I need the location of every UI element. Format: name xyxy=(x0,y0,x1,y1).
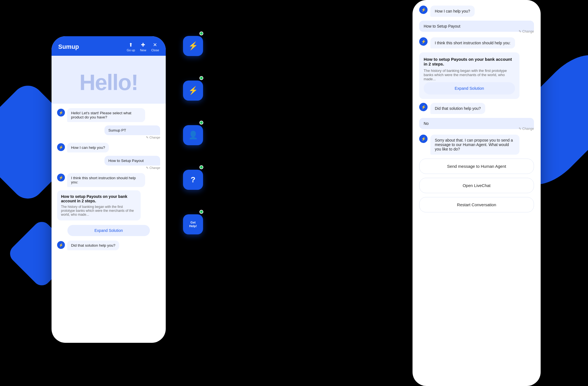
right-msg-3: ⚡ Did that solution help you? xyxy=(419,103,534,114)
phone-header: Sumup ⬆ Go up ✚ New ✕ Close xyxy=(52,36,166,56)
online-dot-1 xyxy=(199,31,203,35)
user-message-2-group: How to Setup Payout ✎ Change xyxy=(57,156,160,170)
online-dot-3 xyxy=(199,121,203,125)
right-user-msg-2-group: No ✎ Change xyxy=(419,118,534,131)
right-bot-bubble-1: How I can help you? xyxy=(430,6,475,17)
user-bubble-1: Sumup PT xyxy=(104,125,160,135)
right-msg-1: ⚡ How I can help you? xyxy=(419,6,534,17)
bot-avatar-3: ⚡ xyxy=(57,174,65,181)
widget-5-container: GetHelp! xyxy=(180,202,206,247)
widget-2-container: ⚡ xyxy=(180,68,206,113)
right-chat-body: ⚡ How I can help you? How to Setup Payou… xyxy=(413,0,541,386)
widget-get-help-button[interactable]: GetHelp! xyxy=(183,214,203,234)
widget-logo-button[interactable]: ⚡ xyxy=(183,36,203,56)
right-solution-title: How to setup Payouts on your bank accoun… xyxy=(424,57,515,66)
solution-body-left: The history of banking began with the fi… xyxy=(61,205,137,217)
bot-bubble-1: Hello! Let's start! Please select what p… xyxy=(67,108,145,122)
right-change-link-1[interactable]: ✎ Change xyxy=(419,30,534,33)
expand-button-left[interactable]: Expand Solution xyxy=(67,225,150,236)
go-up-button[interactable]: ⬆ Go up xyxy=(127,42,135,52)
new-button[interactable]: ✚ New xyxy=(140,42,146,52)
right-phone: ⚡ How I can help you? How to Setup Payou… xyxy=(413,0,541,386)
right-msg-4: ⚡ Sorry about that. I can propose you to… xyxy=(419,135,534,155)
message-bot-2: ⚡ How I can help you? xyxy=(57,143,160,152)
online-dot-2 xyxy=(199,76,203,80)
change-link-1[interactable]: ✎ Change xyxy=(57,136,160,139)
message-bot-4: ⚡ Did that solution help you? xyxy=(57,241,160,250)
right-bot-avatar-4: ⚡ xyxy=(419,135,428,143)
close-button[interactable]: ✕ Close xyxy=(151,42,159,52)
close-icon: ✕ xyxy=(153,42,157,48)
left-phone: Sumup ⬆ Go up ✚ New ✕ Close Hello! ⚡ Hel… xyxy=(52,36,166,343)
bot-bubble-3: I think this short instruction should he… xyxy=(67,173,145,187)
online-dot-4 xyxy=(199,165,203,169)
bolt-icon: ⚡ xyxy=(188,86,198,95)
bot-avatar-2: ⚡ xyxy=(57,143,65,151)
question-icon: ? xyxy=(191,175,195,184)
right-change-link-2[interactable]: ✎ Change xyxy=(419,127,534,131)
message-bot-3: ⚡ I think this short instruction should … xyxy=(57,173,160,187)
online-dot-5 xyxy=(199,210,203,214)
bot-bubble-4: Did that solution help you? xyxy=(67,241,119,250)
widget-question-button[interactable]: ? xyxy=(183,170,203,190)
right-bot-avatar-1: ⚡ xyxy=(419,6,428,14)
solution-bubble-left: How to setup Payouts on your bank accoun… xyxy=(57,190,141,220)
user-bubble-2: How to Setup Payout xyxy=(104,156,160,166)
widget-1-container: ⚡ xyxy=(180,24,206,68)
expand-button-right[interactable]: Expand Solution xyxy=(424,82,515,94)
hello-text: Hello! xyxy=(57,70,160,95)
widget-bolt-button[interactable]: ⚡ xyxy=(183,81,203,101)
change-link-2[interactable]: ✎ Change xyxy=(57,166,160,170)
right-solution-bubble: How to setup Payouts on your bank accoun… xyxy=(419,52,519,99)
message-bot-1: ⚡ Hello! Let's start! Please select what… xyxy=(57,108,160,122)
right-bot-avatar-2: ⚡ xyxy=(419,37,428,46)
solution-title-left: How to setup Payouts on your bank accoun… xyxy=(61,194,137,203)
bot-avatar-4: ⚡ xyxy=(57,241,65,249)
right-bot-bubble-4: Sorry about that. I can propose you to s… xyxy=(430,135,519,155)
send-human-agent-button[interactable]: Send message to Human Agent xyxy=(419,159,534,174)
hello-section: Hello! xyxy=(52,56,166,104)
person-icon: 👤 xyxy=(188,130,198,140)
open-livechat-button[interactable]: Open LiveChat xyxy=(419,178,534,193)
logo-icon: ⚡ xyxy=(188,41,198,51)
widget-4-container: ? xyxy=(180,157,206,202)
right-solution-body: The history of banking began with the fi… xyxy=(424,69,515,81)
widget-person-button[interactable]: 👤 xyxy=(183,125,203,145)
header-icons: ⬆ Go up ✚ New ✕ Close xyxy=(127,42,159,52)
new-icon: ✚ xyxy=(141,42,145,48)
left-chat-body: ⚡ Hello! Let's start! Please select what… xyxy=(52,104,166,255)
right-msg-2: ⚡ I think this short instruction should … xyxy=(419,37,534,48)
go-up-icon: ⬆ xyxy=(129,42,133,48)
right-bot-bubble-2: I think this short instruction should he… xyxy=(430,37,515,48)
widget-column: ⚡ ⚡ 👤 ? GetHelp! xyxy=(180,24,208,247)
widget-3-container: 👤 xyxy=(180,113,206,157)
right-bot-avatar-3: ⚡ xyxy=(419,103,428,111)
right-user-msg-1-group: How to Setup Payout ✎ Change xyxy=(419,21,534,33)
bot-avatar-1: ⚡ xyxy=(57,109,65,116)
phone-title: Sumup xyxy=(58,43,79,50)
user-message-1-group: Sumup PT ✎ Change xyxy=(57,125,160,139)
restart-conversation-button[interactable]: Restart Conversation xyxy=(419,197,534,212)
get-help-label: GetHelp! xyxy=(189,221,197,228)
bot-bubble-2: How I can help you? xyxy=(67,143,109,152)
right-bot-bubble-3: Did that solution help you? xyxy=(430,103,485,114)
